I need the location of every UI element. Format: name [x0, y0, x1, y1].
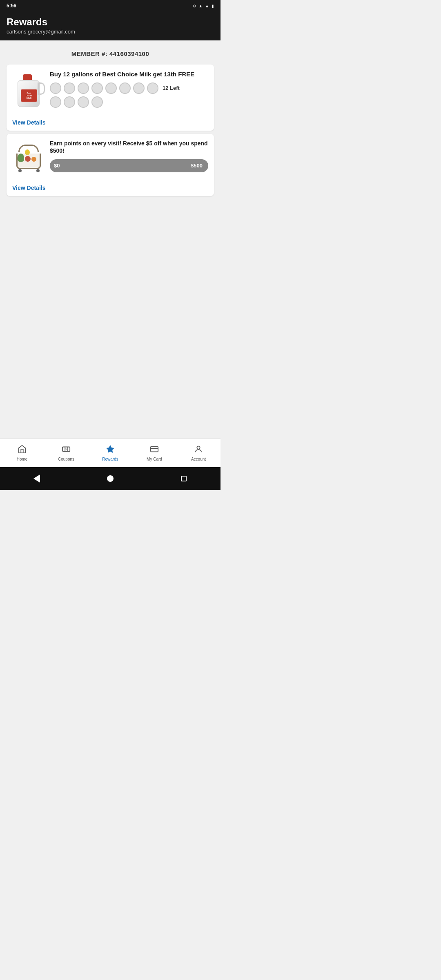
status-time: 5:56	[7, 3, 16, 9]
svg-point-7	[197, 446, 200, 449]
nav-item-coupons[interactable]: % Coupons	[44, 439, 88, 467]
grocery-basket-image	[14, 144, 43, 172]
svg-text:%: %	[65, 448, 67, 450]
status-icons: ⊙ ▲ ▲ ▮	[193, 4, 214, 8]
mycard-icon	[150, 445, 159, 456]
milk-label: Best Choice MILK	[21, 89, 37, 102]
punch-dot-10	[64, 96, 75, 108]
punch-dot-9	[50, 96, 61, 108]
punch-dot-1	[50, 82, 61, 94]
milk-cap	[23, 74, 32, 80]
punch-row-1: 12 Left	[50, 82, 208, 94]
punch-dot-2	[64, 82, 75, 94]
milk-jug-image: Best Choice MILK	[16, 74, 41, 107]
milk-reward-title: Buy 12 gallons of Best Choice Milk get 1…	[50, 70, 208, 78]
nav-label-coupons: Coupons	[58, 457, 74, 461]
bottom-nav: Home % Coupons Rewards	[0, 439, 220, 467]
milk-label-line3: MILK	[27, 97, 31, 99]
page-title: Rewards	[7, 16, 214, 28]
points-view-details-link[interactable]: View Details	[7, 182, 214, 196]
wifi-icon: ▲	[198, 4, 203, 8]
punch-remaining-label: 12 Left	[163, 85, 180, 91]
battery-icon: ▮	[212, 4, 214, 8]
milk-body: Best Choice MILK	[18, 80, 40, 107]
nav-item-account[interactable]: Account	[176, 439, 220, 467]
punch-dot-6	[119, 82, 131, 94]
punch-dot-7	[133, 82, 145, 94]
punch-dot-4	[91, 82, 103, 94]
wheel-right	[36, 169, 40, 172]
android-back-icon	[33, 474, 40, 483]
points-reward-title: Earn points on every visit! Receive $5 o…	[50, 140, 208, 154]
member-number: MEMBER #: 44160394100	[0, 45, 220, 61]
points-reward-content: Earn points on every visit! Receive $5 o…	[50, 140, 208, 176]
notification-icon: ⊙	[193, 4, 196, 8]
android-back-button[interactable]	[29, 470, 45, 487]
nav-item-rewards[interactable]: Rewards	[88, 439, 132, 467]
basket-body	[16, 154, 41, 169]
basket-image-container	[12, 140, 45, 176]
android-recents-button[interactable]	[176, 470, 192, 487]
milk-reward-card: Best Choice MILK Buy 12 gallons of Best …	[7, 65, 214, 131]
signal-icon: ▲	[205, 4, 209, 8]
account-icon	[194, 445, 203, 456]
user-email: carlsons.grocery@gmail.com	[7, 29, 214, 35]
punch-dot-8	[147, 82, 158, 94]
svg-marker-4	[107, 445, 114, 452]
milk-handle	[38, 82, 45, 95]
android-nav-bar	[0, 467, 220, 490]
nav-item-home[interactable]: Home	[0, 439, 44, 467]
android-home-icon	[107, 475, 114, 482]
basket-wheels	[18, 169, 40, 172]
punch-dot-11	[78, 96, 89, 108]
punch-dot-3	[78, 82, 89, 94]
progress-bar-container: $0 $500	[50, 159, 208, 172]
rewards-icon	[106, 445, 115, 456]
main-content: MEMBER #: 44160394100 Best Choice MILK	[0, 40, 220, 439]
progress-start-label: $0	[54, 163, 60, 169]
android-recents-icon	[181, 476, 187, 481]
home-icon	[18, 445, 27, 456]
basket-handle	[18, 145, 39, 152]
android-home-button[interactable]	[102, 470, 118, 487]
nav-label-rewards: Rewards	[102, 457, 118, 461]
punch-row-2	[50, 96, 208, 108]
punch-container: 12 Left	[50, 82, 208, 108]
punch-dot-5	[105, 82, 117, 94]
progress-end-label: $500	[191, 163, 203, 169]
points-reward-card: Earn points on every visit! Receive $5 o…	[7, 134, 214, 196]
header: Rewards carlsons.grocery@gmail.com	[0, 11, 220, 40]
nav-item-mycard[interactable]: My Card	[132, 439, 176, 467]
nav-label-home: Home	[17, 457, 28, 461]
wheel-left	[18, 169, 22, 172]
nav-label-account: Account	[191, 457, 206, 461]
svg-rect-5	[151, 447, 158, 452]
nav-label-mycard: My Card	[147, 457, 162, 461]
coupons-icon: %	[62, 445, 71, 456]
punch-dot-12	[91, 96, 103, 108]
status-bar: 5:56 ⊙ ▲ ▲ ▮	[0, 0, 220, 11]
milk-reward-content: Buy 12 gallons of Best Choice Milk get 1…	[50, 70, 208, 111]
milk-view-details-link[interactable]: View Details	[7, 117, 214, 131]
milk-image-container: Best Choice MILK	[12, 70, 45, 111]
